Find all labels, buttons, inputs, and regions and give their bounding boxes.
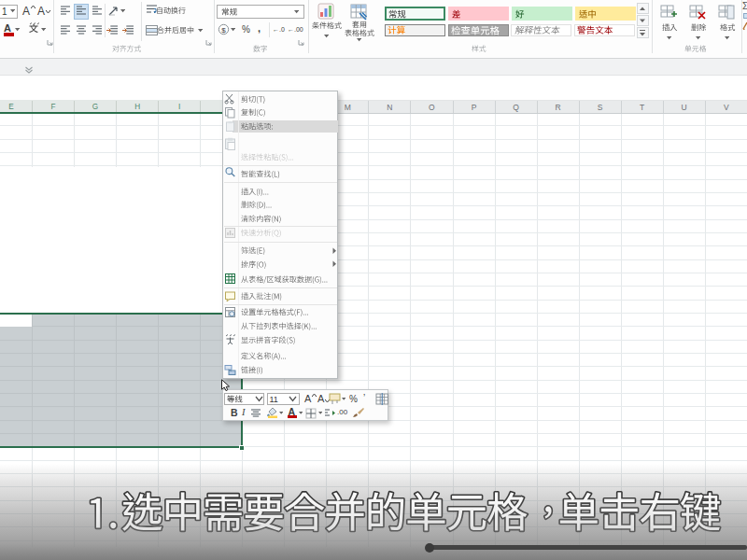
svg-text:$: $ xyxy=(221,26,226,35)
